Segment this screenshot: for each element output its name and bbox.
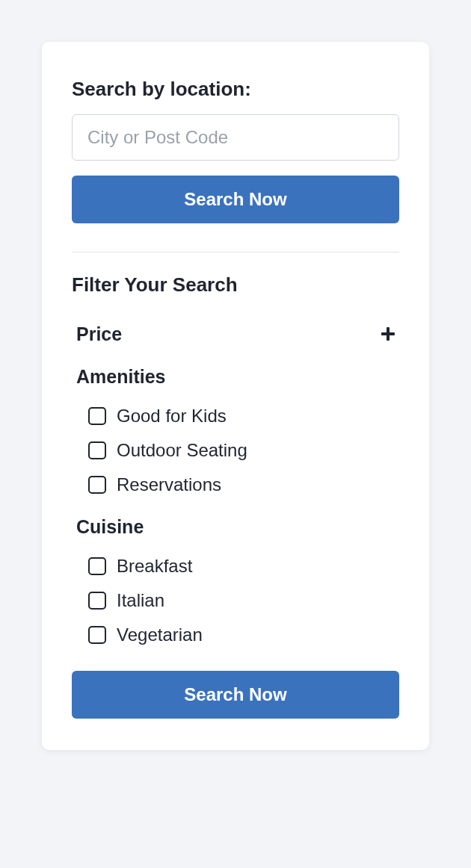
filter-options-cuisine: Breakfast Italian Vegetarian [76, 556, 395, 645]
checkbox-good-for-kids[interactable] [88, 407, 106, 425]
filter-section-amenities: Amenities Good for Kids Outdoor Seating … [72, 366, 399, 495]
checkbox-italian[interactable] [88, 592, 106, 610]
filter-section-cuisine: Cuisine Breakfast Italian Vegetarian [72, 516, 399, 645]
option-row: Breakfast [88, 556, 395, 577]
filter-heading: Filter Your Search [72, 273, 399, 297]
search-filter-card: Search by location: Search Now Filter Yo… [42, 42, 429, 750]
filter-header-cuisine[interactable]: Cuisine [76, 516, 395, 538]
divider [72, 252, 399, 252]
option-label[interactable]: Italian [117, 590, 164, 611]
checkbox-vegetarian[interactable] [88, 626, 106, 644]
filter-section-price: Price [72, 323, 399, 345]
option-label[interactable]: Vegetarian [117, 624, 203, 645]
filter-header-amenities[interactable]: Amenities [76, 366, 395, 388]
option-label[interactable]: Reservations [117, 474, 221, 495]
option-row: Vegetarian [88, 624, 395, 645]
plus-icon [381, 326, 395, 343]
location-input[interactable] [72, 114, 399, 161]
checkbox-outdoor-seating[interactable] [88, 441, 106, 459]
checkbox-breakfast[interactable] [88, 557, 106, 575]
filter-title: Cuisine [76, 516, 144, 538]
search-label: Search by location: [72, 78, 399, 101]
option-row: Reservations [88, 474, 395, 495]
filter-options-amenities: Good for Kids Outdoor Seating Reservatio… [76, 406, 395, 495]
filter-title: Amenities [76, 366, 165, 388]
search-button-top[interactable]: Search Now [72, 176, 399, 223]
search-button-bottom[interactable]: Search Now [72, 671, 399, 719]
checkbox-reservations[interactable] [88, 476, 106, 494]
filter-title: Price [76, 323, 122, 345]
option-row: Good for Kids [88, 406, 395, 427]
option-label[interactable]: Outdoor Seating [117, 440, 247, 461]
filter-header-price[interactable]: Price [76, 323, 395, 345]
option-row: Italian [88, 590, 395, 611]
option-label[interactable]: Good for Kids [117, 406, 227, 427]
option-label[interactable]: Breakfast [117, 556, 192, 577]
option-row: Outdoor Seating [88, 440, 395, 461]
